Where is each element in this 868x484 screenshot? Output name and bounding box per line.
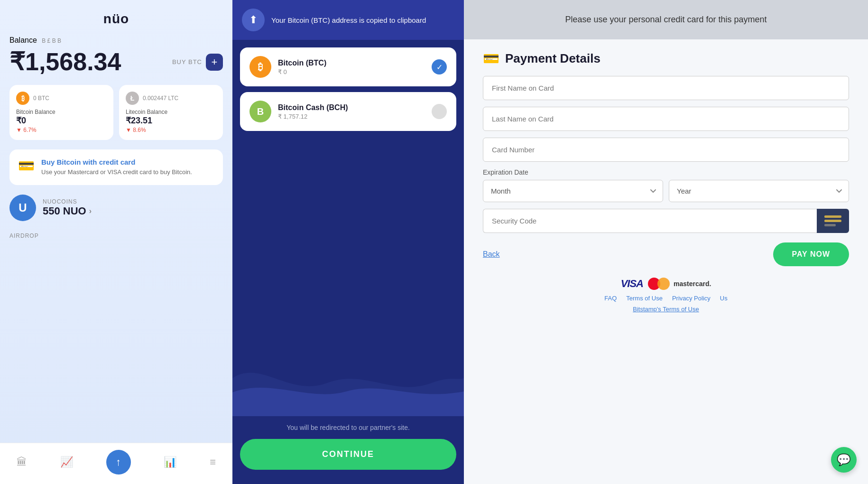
redirect-text: You will be redirected to our partner's …: [232, 416, 464, 439]
nuo-icon: U: [9, 195, 36, 221]
visa-logo: VISA: [621, 278, 643, 290]
buy-card-title: Buy Bitcoin with credit card: [41, 158, 192, 166]
airdrop-label: AIRDROP: [9, 233, 223, 239]
notice-text: Please use your personal credit card for…: [565, 15, 766, 24]
btc-icon: ₿: [16, 92, 29, 105]
mc-text: mastercard.: [674, 280, 711, 288]
logo-text: nüo: [103, 11, 129, 26]
crypto-cards: ₿ 0 BTC Bitcoin Balance ₹0 ▼ 6.7% Ł 0.00…: [9, 85, 223, 140]
nuocoins-amount: 550 NUO ›: [43, 205, 92, 217]
buy-btc-label: BUY BTC: [172, 58, 202, 65]
btc-check-icon: ✓: [432, 59, 447, 74]
ltc-icon: Ł: [126, 92, 139, 105]
continue-button[interactable]: CONTINUE: [240, 439, 456, 470]
ltc-ticker: 0.002447 LTC: [143, 95, 178, 102]
year-select[interactable]: Year 2024 2025 2026 2027 2028 2029: [669, 180, 849, 202]
left-panel: nüo Balance B £ B B ₹1,568.34 BUY BTC + …: [0, 0, 232, 484]
bitstamp-terms-link[interactable]: Bitstamp's Terms of Use: [483, 306, 849, 313]
wave-decoration: [232, 321, 464, 416]
payment-title: Payment Details: [505, 51, 600, 66]
balance-icons: B £ B B: [42, 37, 61, 44]
buy-btc-button[interactable]: BUY BTC +: [172, 54, 223, 71]
ltc-change: ▼ 8.6%: [126, 127, 216, 133]
btc-ticker: 0 BTC: [33, 95, 49, 102]
privacy-link[interactable]: Privacy Policy: [672, 295, 711, 302]
app-logo: nüo: [9, 11, 223, 27]
btc-change: ▼ 6.7%: [16, 127, 107, 133]
bch-coin-item[interactable]: B Bitcoin Cash (BCH) ₹ 1,757.12: [240, 92, 456, 131]
payment-card-icon: 💳: [483, 51, 499, 66]
nuocoins-arrow: ›: [89, 207, 92, 215]
btc-balance: ₹0: [16, 115, 107, 126]
toast-text: Your Bitcoin (BTC) address is copied to …: [271, 15, 426, 25]
wave-area: [232, 139, 464, 416]
nuocoins-label: Nuocoins: [43, 198, 92, 205]
middle-panel: ⬆ Your Bitcoin (BTC) address is copied t…: [232, 0, 464, 484]
btc-name: Bitcoin Balance: [16, 109, 107, 115]
nav-bar[interactable]: 📊: [164, 456, 176, 468]
us-link[interactable]: Us: [720, 295, 728, 302]
bch-coin-balance: ₹ 1,757.12: [278, 113, 425, 120]
month-select[interactable]: Month 01 02 03 04 05 06 07 08 09 10 11 1…: [483, 180, 663, 202]
bch-logo: B: [249, 101, 271, 122]
card-number-field: [483, 138, 849, 162]
add-icon[interactable]: +: [206, 54, 223, 71]
terms-link[interactable]: Terms of Use: [626, 295, 663, 302]
coin-list: ₿ Bitcoin (BTC) ₹ 0 ✓ B Bitcoin Cash (BC…: [232, 40, 464, 139]
btc-coin-balance: ₹ 0: [278, 68, 425, 75]
btc-coin-item[interactable]: ₿ Bitcoin (BTC) ₹ 0 ✓: [240, 47, 456, 86]
bch-coin-info: Bitcoin Cash (BCH) ₹ 1,757.12: [278, 103, 425, 120]
footer-logos: VISA mastercard.: [483, 278, 849, 290]
ltc-card[interactable]: Ł 0.002447 LTC Litecoin Balance ₹23.51 ▼…: [119, 85, 223, 140]
btc-logo: ₿: [249, 56, 271, 78]
nuocoins-row[interactable]: U Nuocoins 550 NUO ›: [9, 195, 223, 221]
bch-check-icon: [432, 104, 447, 119]
btc-coin-name: Bitcoin (BTC): [278, 59, 425, 67]
chat-bubble[interactable]: 💬: [831, 447, 857, 473]
mc-circle-right: [657, 278, 670, 290]
credit-card-icon: 💳: [18, 158, 35, 174]
nav-chart[interactable]: 📈: [60, 456, 73, 468]
expiry-label: Expiration Date: [483, 168, 849, 176]
chat-icon: 💬: [837, 453, 851, 466]
expiry-row: Month 01 02 03 04 05 06 07 08 09 10 11 1…: [483, 180, 849, 202]
faq-link[interactable]: FAQ: [604, 295, 617, 302]
security-row: [483, 209, 849, 233]
nav-home[interactable]: 🏛: [17, 456, 27, 468]
balance-label: Balance B £ B B: [9, 36, 223, 45]
ltc-name: Litecoin Balance: [126, 109, 216, 115]
nav-up[interactable]: ↑: [106, 450, 131, 475]
ltc-balance: ₹23.51: [126, 115, 216, 126]
pay-now-button[interactable]: PAY NOW: [773, 242, 850, 266]
toast-bar: ⬆ Your Bitcoin (BTC) address is copied t…: [232, 0, 464, 40]
notice-bar: Please use your personal credit card for…: [464, 0, 868, 39]
last-name-input[interactable]: [483, 107, 849, 131]
card-number-input[interactable]: [483, 138, 849, 162]
first-name-input[interactable]: [483, 76, 849, 100]
security-card-icon: [817, 209, 849, 233]
btc-coin-info: Bitcoin (BTC) ₹ 0: [278, 59, 425, 75]
buy-bitcoin-card[interactable]: 💳 Buy Bitcoin with credit card Use your …: [9, 149, 223, 185]
balance-section: Balance B £ B B ₹1,568.34 BUY BTC +: [9, 36, 223, 75]
bch-coin-name: Bitcoin Cash (BCH): [278, 103, 425, 112]
back-link[interactable]: Back: [483, 250, 500, 259]
security-code-input[interactable]: [483, 209, 817, 233]
share-icon: ⬆: [242, 9, 265, 31]
btc-card[interactable]: ₿ 0 BTC Bitcoin Balance ₹0 ▼ 6.7%: [9, 85, 113, 140]
card-lines-decoration: [824, 215, 841, 226]
right-panel: Please use your personal credit card for…: [464, 0, 868, 484]
action-row: Back PAY NOW: [483, 242, 849, 266]
mastercard-logo: mastercard.: [648, 278, 711, 290]
first-name-field: [483, 76, 849, 100]
footer-links: FAQ Terms of Use Privacy Policy Us: [483, 295, 849, 302]
continue-btn-wrap: CONTINUE: [232, 439, 464, 484]
payment-title-row: 💳 Payment Details: [483, 51, 849, 66]
nav-menu[interactable]: ≡: [210, 456, 216, 468]
buy-card-desc: Use your Mastercard or VISA credit card …: [41, 168, 192, 177]
payment-section: 💳 Payment Details Expiration Date Month …: [464, 39, 868, 484]
last-name-field: [483, 107, 849, 131]
bottom-nav: 🏛 📈 ↑ 📊 ≡: [0, 443, 232, 484]
balance-amount: ₹1,568.34: [9, 48, 121, 75]
